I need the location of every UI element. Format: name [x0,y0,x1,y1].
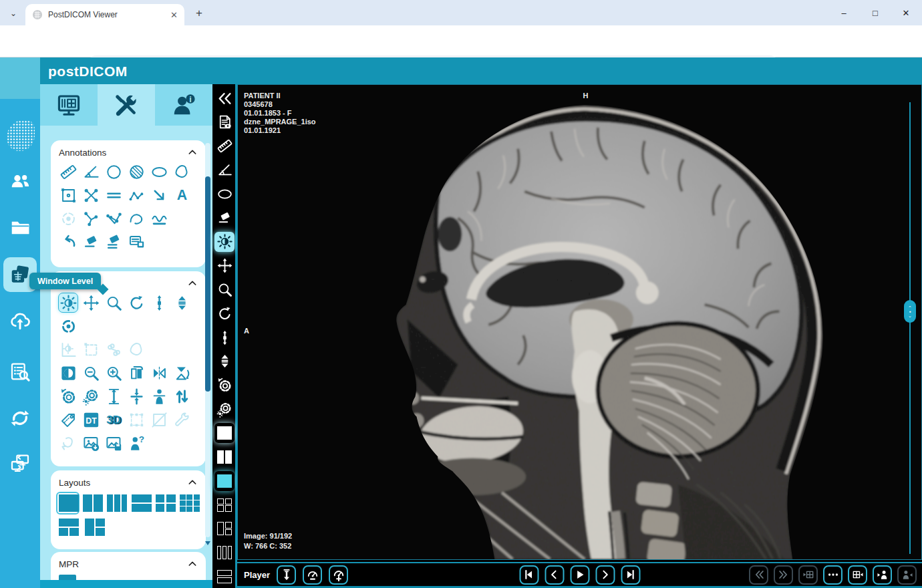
undo-tool[interactable] [59,233,78,251]
arrow-tool[interactable] [150,186,168,204]
sidebar-item-worklist-search[interactable] [3,356,37,387]
localizer-tool[interactable] [59,317,78,335]
circle-tool[interactable] [104,162,123,181]
layout-2x2-button[interactable] [156,494,174,512]
reset-window-level-tool[interactable] [82,387,100,406]
next-layout-button[interactable] [848,565,867,585]
image-viewport[interactable]: PATIENT II 0345678 01.01.1853 - F dzne_M… [237,84,922,560]
tab-search-chevron-icon[interactable]: ⌄ [7,7,20,20]
image-scroll-thumb[interactable]: ⌃ ● ⌃ [904,300,916,323]
mirror-tool[interactable] [150,363,168,382]
previous-patient-button[interactable] [873,565,892,585]
probe-tool[interactable] [82,209,100,228]
tag-tool[interactable] [59,410,78,429]
panel-tab-tools[interactable] [98,84,155,126]
new-tab-button[interactable]: + [192,7,206,20]
swap-vertical-tool[interactable] [172,387,191,406]
window-level-tool[interactable] [59,293,78,312]
region-window-level-tool[interactable] [59,340,78,359]
panel-scrollbar[interactable] [205,143,210,537]
text-tool[interactable]: A [172,186,191,204]
patient-unknown-tool[interactable]: ? [127,434,146,452]
toolbar-layout-2x1-button[interactable] [214,567,235,587]
window-close-button[interactable]: ✕ [896,5,916,20]
mpr-layout-thumb[interactable] [59,575,76,580]
toolbar-window-level-tool[interactable] [214,232,235,252]
first-image-button[interactable] [519,565,539,585]
panel-scroll-down-icon[interactable] [205,541,210,545]
toolbar-pan-tool[interactable] [214,256,235,276]
toolbar-layout-left1-right2-button[interactable] [214,519,235,539]
speed-up-button[interactable] [329,565,348,585]
last-image-button[interactable] [621,565,640,585]
next-series-button[interactable] [774,565,793,585]
eraser-all-tool[interactable] [104,233,123,251]
sidebar-item-share-sync[interactable] [3,403,37,434]
previous-layout-button[interactable] [798,565,818,585]
sidebar-item-patient-orders[interactable] [3,166,37,196]
collapse-vertical-tool[interactable] [127,387,146,406]
toolbar-layout-1x2-button[interactable] [214,447,235,467]
toolbar-zoom-tool[interactable] [214,279,235,299]
toolbar-ruler-tool[interactable] [214,136,235,156]
three-d-tool[interactable]: 3D3D [104,410,123,429]
collapse-chevron-icon[interactable] [187,147,198,158]
toolbar-collapse-panel-tool[interactable] [214,88,235,108]
patient-orientation-tool[interactable] [150,387,168,406]
expand-vertical-tool[interactable] [104,387,123,406]
image-export-tool[interactable] [82,434,100,452]
select-region-tool[interactable] [82,340,100,359]
invert-tool[interactable] [59,363,78,382]
copy-annotation-tool[interactable] [127,233,146,251]
flip-page-tool[interactable] [127,363,146,382]
wave-tool[interactable] [150,209,168,228]
next-image-button[interactable] [595,565,615,585]
crop-diagonal-tool[interactable] [150,410,168,429]
play-button[interactable] [570,565,589,585]
eraser-tool[interactable] [82,233,100,251]
more-options-button[interactable] [823,565,842,585]
panel-tab-viewer[interactable] [40,84,98,126]
toolbar-reset-tool[interactable] [214,376,235,396]
toolbar-layout-1x3-button[interactable] [214,543,235,563]
window-maximize-button[interactable]: □ [865,5,885,20]
layout-2x1-button[interactable] [132,494,150,512]
toolbar-layout-2x2-button[interactable] [214,495,235,515]
toolbar-layout-1x1-button[interactable] [214,423,235,443]
repair-tool[interactable] [172,410,191,429]
panel-scrollbar-thumb[interactable] [205,176,210,392]
ellipse-tool[interactable] [150,162,168,181]
next-patient-button[interactable] [897,565,917,585]
toolbar-report-tool[interactable] [214,112,235,132]
toolbar-eraser-tool[interactable] [214,208,235,228]
undo-shape-tool[interactable] [59,434,78,452]
toolbar-stack-scroll-tool[interactable] [214,327,235,347]
collapse-chevron-icon[interactable] [187,559,198,569]
sidebar-item-transfer[interactable] [3,448,37,478]
rotate-tool[interactable] [127,293,146,312]
cross-measure-tool[interactable] [82,186,100,204]
zoom-tool[interactable] [104,293,123,312]
window-minimize-button[interactable]: – [834,5,854,20]
toolbar-layout-current-button[interactable] [214,471,235,491]
cobb-angle-tool[interactable] [104,209,123,228]
freehand-closed-tool[interactable] [172,162,191,181]
dicom-tags-tool[interactable]: DT [82,410,100,429]
layout-1x1-button[interactable] [59,494,77,512]
load-all-images-button[interactable] [277,565,296,585]
toolbar-reset-window-level-tool[interactable] [214,399,235,419]
speed-down-button[interactable] [303,565,322,585]
toolbar-angle-tool[interactable] [214,160,235,180]
reset-tool[interactable] [59,387,78,406]
previous-series-button[interactable] [749,565,768,585]
layout-3x3-button[interactable] [180,494,198,512]
browser-tab[interactable]: PostDICOM Viewer ✕ [25,4,184,25]
bone-tool[interactable] [104,340,123,359]
freehand-region-tool[interactable] [127,340,146,359]
stack-scroll-tool[interactable] [150,293,168,312]
collapse-chevron-icon[interactable] [187,278,198,289]
collapse-chevron-icon[interactable] [187,477,198,488]
layout-1x2-button[interactable] [83,494,101,512]
rectangle-tool[interactable] [59,186,78,204]
pan-tool[interactable] [82,293,100,312]
